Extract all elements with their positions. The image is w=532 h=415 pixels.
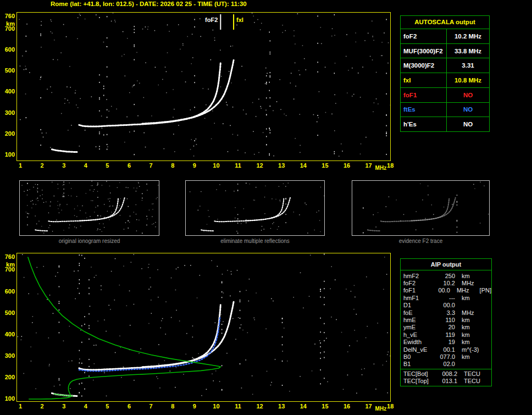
- O-trace: [381, 199, 450, 222]
- param-label: foF1: [401, 88, 447, 102]
- y-tick-label: 200: [0, 374, 15, 380]
- fxi-marker-label: fxI: [236, 16, 243, 23]
- y-tick-label: 500: [0, 67, 15, 74]
- x-tick-label: 7: [149, 403, 153, 410]
- param-note: [PN]: [480, 287, 491, 294]
- param-name: DelN_vE: [403, 346, 434, 353]
- param-row: M(3000)F23.31: [401, 58, 489, 73]
- y-axis-unit: km: [0, 20, 15, 27]
- x-axis-unit: MHz: [375, 406, 387, 412]
- tec-row: TEC[Top]013.1TECU: [403, 378, 491, 385]
- aip-param-row: foF100.0MHz[PN]: [403, 287, 491, 294]
- x-tick-label: 13: [278, 162, 285, 169]
- param-unit: km: [462, 331, 486, 338]
- param-value: 10.2 MHz: [447, 29, 489, 43]
- y-tick-label: 200: [0, 130, 15, 137]
- param-value: 119: [434, 331, 455, 338]
- x-tick-label: 6: [128, 162, 131, 169]
- y-axis-unit: km: [0, 261, 15, 268]
- x-tick-label: 14: [300, 162, 307, 169]
- param-value: 33.8 MHz: [447, 44, 489, 58]
- y-tick-label: 760: [0, 253, 15, 260]
- x-tick-label: 12: [256, 162, 263, 169]
- x-tick-label: 17: [365, 403, 372, 410]
- y-tick-label: 100: [0, 151, 15, 158]
- aip-param-row: B102.0: [403, 361, 491, 368]
- x-tick-label: 5: [106, 403, 109, 410]
- aip-param-row: hmF1---km: [403, 294, 491, 301]
- aip-param-row: foF210.2MHz: [403, 279, 491, 286]
- thumbnail-f2-trace: [352, 180, 490, 236]
- Es-trace: [52, 393, 77, 396]
- x-tick-label: 1: [19, 403, 22, 410]
- autoscala-window: Rome (lat: +41.8, lon: 012.5) - DATE: 20…: [0, 0, 532, 415]
- param-value: ---: [434, 295, 455, 301]
- y-tick-label: 600: [0, 46, 15, 53]
- param-name: Ewidth: [403, 339, 434, 345]
- param-unit: MHz: [462, 309, 486, 316]
- param-name: TEC[Top]: [403, 378, 436, 384]
- param-value: 077.0: [434, 353, 455, 360]
- x-tick-label: 11: [235, 162, 241, 169]
- x-tick-label: 6: [128, 403, 131, 410]
- thumbnail-caption-f2: evidence F2 trace: [352, 238, 490, 244]
- param-value: 3.31: [447, 58, 489, 73]
- x-axis-unit: MHz: [375, 165, 387, 171]
- x-tick-label: 18: [387, 162, 394, 169]
- param-value: 10.2: [434, 280, 455, 286]
- param-unit: km: [462, 317, 486, 323]
- param-value: 3.3: [434, 309, 455, 316]
- aip-param-row: B0077.0km: [403, 353, 491, 360]
- thumbnail-original-ionogram: [19, 180, 159, 236]
- param-row: foF210.2 MHz: [401, 29, 489, 44]
- param-row: foF1NO: [401, 88, 489, 103]
- O-trace: [214, 199, 284, 222]
- O-trace: [79, 63, 220, 126]
- top-ionogram-plot: foF2fxI: [16, 12, 391, 161]
- param-value: 250: [434, 273, 455, 279]
- param-unit: TECU: [464, 378, 480, 384]
- aip-param-row: ymE20km: [403, 324, 491, 331]
- param-name: h_vE: [403, 331, 434, 338]
- param-value: 10.8 MHz: [447, 73, 489, 87]
- param-name: D1: [403, 302, 434, 308]
- x-tick-label: 14: [300, 403, 307, 410]
- param-label: ftEs: [401, 103, 447, 117]
- y-tick-label: 760: [0, 13, 15, 19]
- x-tick-label: 7: [149, 162, 153, 169]
- O-trace: [49, 199, 119, 222]
- x-tick-label: 15: [322, 403, 328, 410]
- param-unit: km: [462, 353, 486, 360]
- Es-trace: [52, 150, 77, 152]
- x-tick-label: 15: [322, 162, 328, 169]
- param-name: foF2: [403, 280, 434, 286]
- param-unit: km: [462, 339, 486, 345]
- x-tick-label: 4: [84, 162, 87, 169]
- x-tick-label: 8: [171, 162, 174, 169]
- aip-param-row: hmE110km: [403, 316, 491, 323]
- autoscala-table-rows: foF210.2 MHzMUF(3000)F233.8 MHzM(3000)F2…: [401, 29, 489, 131]
- param-label: MUF(3000)F2: [401, 44, 447, 58]
- thumbnail-filtered-ionogram: [185, 180, 325, 236]
- param-name: hmE: [403, 317, 434, 323]
- thumbnail-f2-svg: [352, 181, 489, 235]
- noise-dots: [19, 13, 390, 157]
- top-plot-svg: foF2fxI: [17, 13, 390, 161]
- x-tick-label: 8: [171, 403, 174, 410]
- param-value: 20: [434, 324, 455, 330]
- param-value: 00.0: [431, 287, 450, 294]
- param-name: B0: [403, 353, 434, 360]
- param-label: h'Es: [401, 117, 447, 131]
- autoscala-output-table: AUTOSCALA output foF210.2 MHzMUF(3000)F2…: [400, 15, 490, 132]
- aip-table-rows: hmF2250kmfoF210.2MHzfoF100.0MHz[PN]hmF1-…: [401, 270, 491, 368]
- param-unit: m^(-3): [462, 346, 486, 353]
- y-tick-label: 300: [0, 109, 15, 116]
- aip-param-row: DelN_vE00.1m^(-3): [403, 346, 491, 353]
- x-tick-label: 9: [193, 162, 196, 169]
- y-tick-label: 500: [0, 309, 15, 316]
- x-tick-label: 13: [278, 403, 285, 410]
- aip-param-row: Ewidth19km: [403, 339, 491, 346]
- thumbnail-caption-original: original ionogram resized: [19, 238, 159, 244]
- noise-dots: [18, 254, 390, 397]
- param-unit: km: [462, 324, 486, 330]
